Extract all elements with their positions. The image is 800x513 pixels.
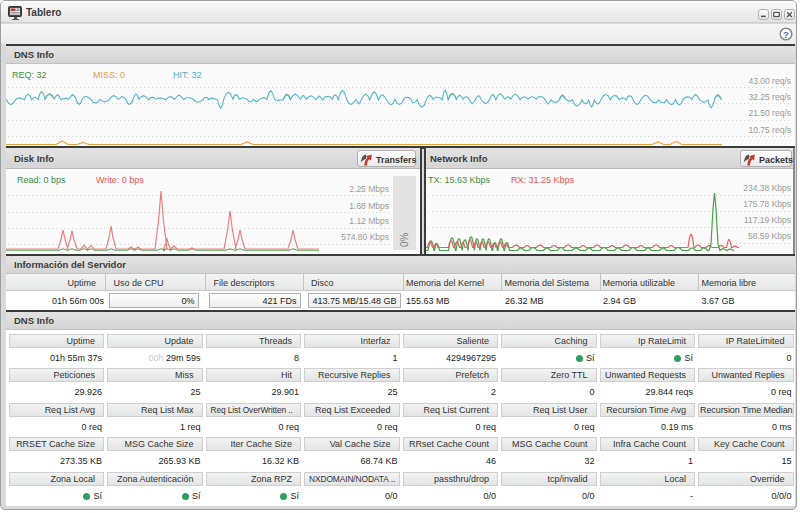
svg-text:0%: 0% [399,232,410,247]
svg-text:?: ? [783,29,789,40]
